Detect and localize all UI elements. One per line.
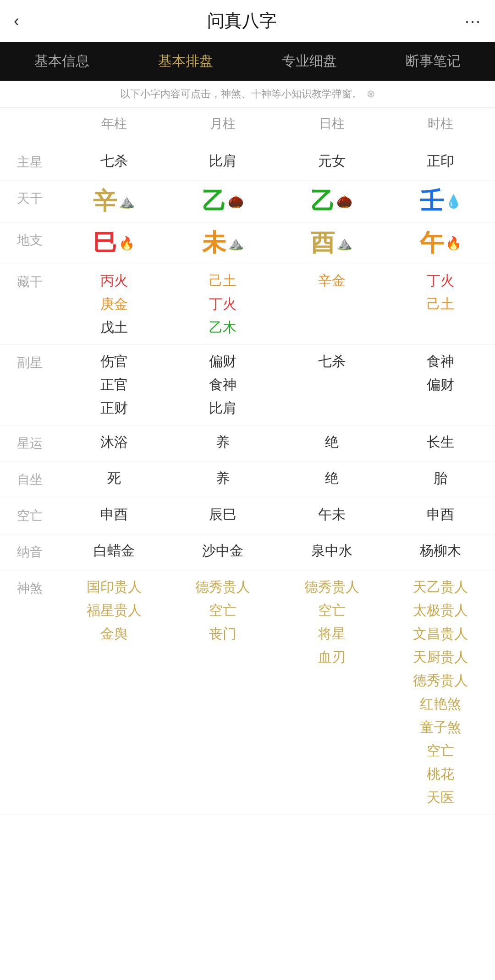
nayin-shi: 杨柳木 [386, 534, 495, 568]
zizuo-yue: 养 [169, 462, 278, 495]
kongwang-ri: 午未 [277, 498, 386, 532]
zhuxing-nian: 七杀 [60, 144, 169, 178]
fuxing-ri: 七杀 [277, 345, 386, 378]
table-row-zanggan: 藏干 丙火 庚金 戊土 己土 丁火 乙木 辛金 丁火 己土 [0, 264, 495, 345]
label-zhuxing: 主星 [0, 144, 60, 180]
zizuo-ri: 绝 [277, 462, 386, 495]
label-zanggan: 藏干 [0, 264, 60, 300]
notice-bar: 以下小字内容可点击，神煞、十神等小知识教学弹窗。 ⊗ [0, 81, 495, 108]
label-shenshas: 神煞 [0, 570, 60, 606]
kongwang-shi: 申酉 [386, 498, 495, 532]
header: ‹ 问真八字 ··· [0, 0, 495, 42]
xingyun-ri: 绝 [277, 426, 386, 459]
table-row: 主星 七杀 比肩 元女 正印 [0, 144, 495, 181]
page-title: 问真八字 [207, 9, 277, 33]
tab-zhuanyexipan[interactable]: 专业细盘 [248, 42, 371, 81]
shenshas-nian: 国印贵人 福星贵人 金舆 [60, 570, 169, 651]
tiangan-nian: 辛⛰️ [60, 181, 169, 222]
dizhi-ri: 酉⛰️ [277, 222, 386, 264]
col-header-rizhu: 日柱 [277, 108, 386, 140]
zanggan-yue: 己土 丁火 乙木 [169, 264, 278, 344]
zizuo-shi: 胎 [386, 462, 495, 495]
table-row-fuxing: 副星 伤官 正官 正财 偏财 食神 比肩 七杀 食神 偏财 [0, 345, 495, 426]
shenshas-ri: 德秀贵人 空亡 将星 血刃 [277, 570, 386, 674]
table-row-xingyun: 星运 沐浴 养 绝 长生 [0, 426, 495, 462]
label-fuxing: 副星 [0, 345, 60, 381]
xingyun-yue: 养 [169, 426, 278, 459]
dizhi-shi: 午🔥 [386, 222, 495, 264]
label-kongwang: 空亡 [0, 498, 60, 534]
table-container: 主星 七杀 比肩 元女 正印 天干 辛⛰️ 乙🌰 乙🌰 壬💧 地支 巳🔥 未⛰️… [0, 140, 495, 819]
column-headers: 年柱 月柱 日柱 时柱 [0, 108, 495, 140]
zhuxing-ri: 元女 [277, 144, 386, 178]
dizhi-nian: 巳🔥 [60, 222, 169, 264]
tiangan-shi: 壬💧 [386, 181, 495, 222]
tiangan-yue: 乙🌰 [169, 181, 278, 222]
xingyun-nian: 沐浴 [60, 426, 169, 459]
shenshas-yue: 德秀贵人 空亡 丧门 [169, 570, 278, 651]
back-button[interactable]: ‹ [14, 11, 19, 31]
zhuxing-yue: 比肩 [169, 144, 278, 178]
zanggan-ri: 辛金 [277, 264, 386, 298]
kongwang-nian: 申酉 [60, 498, 169, 532]
zanggan-nian: 丙火 庚金 戊土 [60, 264, 169, 344]
table-row-shenshas: 神煞 国印贵人 福星贵人 金舆 德秀贵人 空亡 丧门 德秀贵人 空亡 将星 血刃… [0, 570, 495, 815]
col-header-nianzhu: 年柱 [60, 108, 169, 140]
table-row-dizhi: 地支 巳🔥 未⛰️ 酉⛰️ 午🔥 [0, 222, 495, 264]
kongwang-yue: 辰巳 [169, 498, 278, 532]
table-row-zizuo: 自坐 死 养 绝 胎 [0, 462, 495, 498]
fuxing-nian: 伤官 正官 正财 [60, 345, 169, 425]
col-header-yuezhu: 月柱 [169, 108, 278, 140]
close-icon[interactable]: ⊗ [367, 88, 375, 100]
zizuo-nian: 死 [60, 462, 169, 495]
label-xingyun: 星运 [0, 426, 60, 461]
xingyun-shi: 长生 [386, 426, 495, 459]
label-zizuo: 自坐 [0, 462, 60, 498]
fuxing-yue: 偏财 食神 比肩 [169, 345, 278, 425]
table-row-nayin: 纳音 白蜡金 沙中金 泉中水 杨柳木 [0, 534, 495, 570]
zanggan-shi: 丁火 己土 [386, 264, 495, 321]
tab-bar: 基本信息 基本排盘 专业细盘 断事笔记 [0, 42, 495, 81]
tab-jibenxinxi[interactable]: 基本信息 [0, 42, 124, 81]
tab-duanshizhiji[interactable]: 断事笔记 [371, 42, 495, 81]
label-dizhi: 地支 [0, 222, 60, 258]
label-nayin: 纳音 [0, 534, 60, 570]
nayin-yue: 沙中金 [169, 534, 278, 568]
fuxing-shi: 食神 偏财 [386, 345, 495, 402]
more-button[interactable]: ··· [465, 11, 481, 31]
zhuxing-shi: 正印 [386, 144, 495, 178]
dizhi-yue: 未⛰️ [169, 222, 278, 264]
col-header-shizhu: 时柱 [386, 108, 495, 140]
table-row-kongwang: 空亡 申酉 辰巳 午未 申酉 [0, 498, 495, 534]
shenshas-shi: 天乙贵人 太极贵人 文昌贵人 天厨贵人 德秀贵人 红艳煞 童子煞 空亡 桃花 天… [386, 570, 495, 814]
label-tiangan: 天干 [0, 181, 60, 216]
tab-jibenpanpai[interactable]: 基本排盘 [124, 42, 248, 81]
label-placeholder [0, 108, 60, 140]
nayin-ri: 泉中水 [277, 534, 386, 568]
tiangan-ri: 乙🌰 [277, 181, 386, 222]
nayin-nian: 白蜡金 [60, 534, 169, 568]
table-row-tiangan: 天干 辛⛰️ 乙🌰 乙🌰 壬💧 [0, 181, 495, 222]
notice-text: 以下小字内容可点击，神煞、十神等小知识教学弹窗。 [120, 87, 362, 101]
